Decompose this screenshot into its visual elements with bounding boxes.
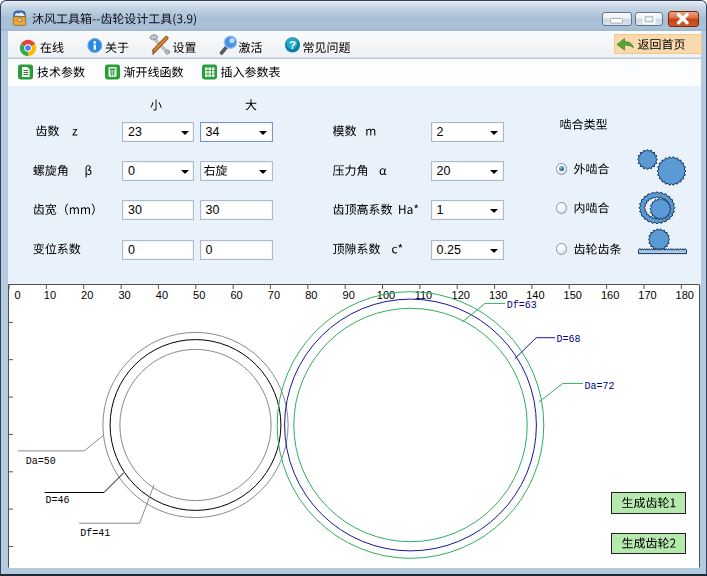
svg-text:90: 90 — [343, 289, 355, 301]
svg-text:60: 60 — [230, 289, 242, 301]
svg-text:180: 180 — [676, 289, 694, 301]
svg-text:50: 50 — [193, 289, 205, 301]
svg-text:Df=63: Df=63 — [507, 300, 537, 311]
svg-text:Df=41: Df=41 — [80, 528, 110, 539]
svg-text:0: 0 — [14, 289, 20, 301]
svg-text:150: 150 — [564, 289, 582, 301]
svg-text:70: 70 — [268, 289, 280, 301]
svg-text:D=46: D=46 — [46, 495, 70, 506]
svg-text:160: 160 — [601, 289, 619, 301]
svg-text:10: 10 — [44, 289, 56, 301]
svg-text:40: 40 — [156, 289, 168, 301]
svg-text:80: 80 — [305, 289, 317, 301]
svg-text:?: ? — [289, 39, 296, 51]
svg-text:170: 170 — [638, 289, 656, 301]
svg-text:130: 130 — [489, 289, 507, 301]
svg-text:20: 20 — [81, 289, 93, 301]
svg-text:30: 30 — [118, 289, 130, 301]
svg-text:Da=72: Da=72 — [585, 381, 615, 392]
svg-text:Da=50: Da=50 — [26, 456, 56, 467]
svg-text:D=68: D=68 — [557, 334, 581, 345]
